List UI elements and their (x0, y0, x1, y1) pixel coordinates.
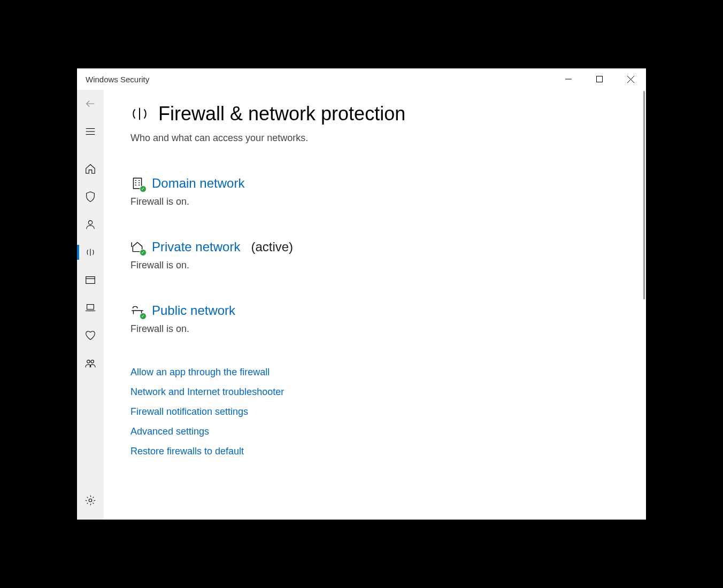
domain-network-link[interactable]: Domain network (152, 176, 244, 191)
notification-settings-link[interactable]: Firewall notification settings (130, 406, 625, 417)
laptop-icon (84, 302, 96, 314)
svg-rect-10 (86, 277, 95, 284)
svg-rect-1 (597, 76, 603, 82)
sidebar-item-home[interactable] (77, 155, 104, 183)
sidebar-item-device-security[interactable] (77, 294, 104, 322)
maximize-button[interactable] (584, 68, 615, 90)
links-list: Allow an app through the firewall Networ… (130, 367, 625, 457)
advanced-settings-link[interactable]: Advanced settings (130, 426, 625, 437)
page-subtitle: Who and what can access your networks. (130, 133, 625, 144)
sidebar-item-settings[interactable] (77, 486, 104, 514)
heart-icon (84, 330, 96, 342)
private-network-header: Private network (active) (130, 239, 625, 254)
private-network-section: Private network (active) Firewall is on. (130, 239, 625, 271)
status-ok-icon (140, 313, 147, 320)
firewall-icon (84, 246, 96, 258)
menu-button[interactable] (77, 118, 104, 145)
gear-icon (84, 494, 96, 506)
private-network-link[interactable]: Private network (152, 239, 240, 254)
status-ok-icon (140, 185, 147, 192)
svg-point-15 (91, 360, 94, 363)
page-header: Firewall & network protection (130, 103, 625, 125)
private-network-icon-wrap (130, 240, 144, 254)
sidebar-item-app-browser-control[interactable] (77, 266, 104, 294)
back-button[interactable] (77, 90, 104, 118)
shield-icon (84, 191, 96, 203)
sidebar-item-device-performance[interactable] (77, 322, 104, 350)
public-network-icon-wrap (130, 304, 144, 318)
svg-point-16 (89, 499, 92, 502)
svg-rect-12 (87, 305, 94, 310)
public-network-link[interactable]: Public network (152, 303, 235, 318)
troubleshooter-link[interactable]: Network and Internet troubleshooter (130, 386, 625, 398)
person-icon (84, 219, 96, 230)
hamburger-icon (84, 126, 96, 137)
sidebar-bottom (77, 486, 104, 514)
public-network-header: Public network (130, 303, 625, 318)
app-window-icon (84, 274, 96, 286)
private-network-active-label: (active) (251, 239, 293, 254)
svg-point-14 (87, 360, 90, 363)
sidebar-item-virus-protection[interactable] (77, 183, 104, 211)
app-body: Firewall & network protection Who and wh… (77, 90, 646, 520)
firewall-header-icon (130, 105, 149, 123)
sidebar-top (77, 90, 104, 377)
maximize-icon (596, 76, 603, 82)
back-arrow-icon (84, 98, 96, 110)
close-icon (627, 76, 634, 83)
domain-network-icon-wrap (130, 176, 144, 190)
minimize-button[interactable] (553, 68, 584, 90)
page-title: Firewall & network protection (158, 103, 405, 125)
home-icon (84, 163, 96, 175)
close-button[interactable] (615, 68, 646, 90)
sidebar-item-family-options[interactable] (77, 350, 104, 377)
domain-network-section: Domain network Firewall is on. (130, 176, 625, 207)
scrollbar[interactable] (643, 91, 645, 299)
svg-point-8 (88, 221, 92, 225)
public-network-section: Public network Firewall is on. (130, 303, 625, 335)
domain-network-header: Domain network (130, 176, 625, 191)
restore-defaults-link[interactable]: Restore firewalls to default (130, 446, 625, 457)
sidebar (77, 90, 104, 520)
minimize-icon (565, 76, 572, 82)
public-network-status: Firewall is on. (130, 323, 625, 335)
window-controls (553, 68, 646, 90)
titlebar: Windows Security (77, 68, 646, 90)
status-ok-icon (140, 249, 147, 256)
windows-security-window: Windows Security (77, 68, 646, 520)
domain-network-status: Firewall is on. (130, 196, 625, 207)
sidebar-item-account-protection[interactable] (77, 211, 104, 238)
window-title: Windows Security (86, 75, 149, 84)
main-content: Firewall & network protection Who and wh… (104, 90, 646, 520)
allow-app-link[interactable]: Allow an app through the firewall (130, 367, 625, 378)
sidebar-item-firewall[interactable] (77, 238, 104, 266)
private-network-status: Firewall is on. (130, 260, 625, 271)
family-icon (84, 358, 96, 369)
